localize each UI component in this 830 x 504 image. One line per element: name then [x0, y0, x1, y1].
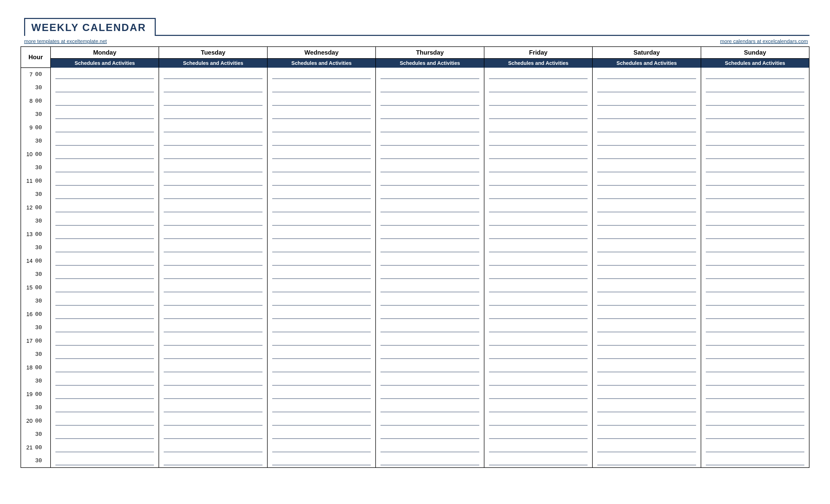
schedule-slot[interactable]	[376, 214, 484, 228]
schedule-slot[interactable]	[701, 121, 809, 134]
schedule-slot[interactable]	[701, 254, 809, 268]
schedule-slot[interactable]	[593, 414, 701, 428]
schedule-slot[interactable]	[159, 108, 267, 121]
schedule-slot[interactable]	[593, 81, 701, 94]
schedule-slot[interactable]	[593, 281, 701, 294]
schedule-slot[interactable]	[484, 241, 593, 254]
schedule-slot[interactable]	[593, 121, 701, 134]
schedule-slot[interactable]	[593, 334, 701, 348]
schedule-slot[interactable]	[593, 201, 701, 214]
schedule-slot[interactable]	[159, 214, 267, 228]
schedule-slot[interactable]	[159, 228, 267, 241]
schedule-slot[interactable]	[267, 148, 376, 161]
schedule-slot[interactable]	[51, 68, 159, 81]
schedule-slot[interactable]	[51, 174, 159, 188]
schedule-slot[interactable]	[159, 428, 267, 441]
schedule-slot[interactable]	[51, 161, 159, 174]
schedule-slot[interactable]	[593, 134, 701, 148]
schedule-slot[interactable]	[267, 454, 376, 468]
schedule-slot[interactable]	[593, 214, 701, 228]
schedule-slot[interactable]	[593, 321, 701, 334]
schedule-slot[interactable]	[593, 388, 701, 401]
schedule-slot[interactable]	[593, 428, 701, 441]
schedule-slot[interactable]	[701, 174, 809, 188]
schedule-slot[interactable]	[593, 454, 701, 468]
schedule-slot[interactable]	[51, 348, 159, 361]
schedule-slot[interactable]	[701, 268, 809, 281]
schedule-slot[interactable]	[376, 281, 484, 294]
schedule-slot[interactable]	[593, 94, 701, 108]
schedule-slot[interactable]	[701, 228, 809, 241]
schedule-slot[interactable]	[376, 308, 484, 321]
schedule-slot[interactable]	[484, 201, 593, 214]
schedule-slot[interactable]	[484, 254, 593, 268]
schedule-slot[interactable]	[484, 148, 593, 161]
schedule-slot[interactable]	[159, 161, 267, 174]
schedule-slot[interactable]	[267, 214, 376, 228]
schedule-slot[interactable]	[701, 388, 809, 401]
schedule-slot[interactable]	[51, 254, 159, 268]
schedule-slot[interactable]	[267, 241, 376, 254]
schedule-slot[interactable]	[51, 428, 159, 441]
schedule-slot[interactable]	[51, 94, 159, 108]
schedule-slot[interactable]	[51, 414, 159, 428]
schedule-slot[interactable]	[267, 108, 376, 121]
schedule-slot[interactable]	[701, 294, 809, 308]
schedule-slot[interactable]	[267, 254, 376, 268]
schedule-slot[interactable]	[159, 254, 267, 268]
schedule-slot[interactable]	[159, 294, 267, 308]
schedule-slot[interactable]	[701, 148, 809, 161]
schedule-slot[interactable]	[484, 308, 593, 321]
schedule-slot[interactable]	[376, 188, 484, 201]
schedule-slot[interactable]	[593, 241, 701, 254]
schedule-slot[interactable]	[51, 441, 159, 454]
schedule-slot[interactable]	[267, 161, 376, 174]
schedule-slot[interactable]	[267, 428, 376, 441]
schedule-slot[interactable]	[593, 401, 701, 414]
link-more-templates[interactable]: more templates at exceltemplate.net	[24, 38, 107, 44]
schedule-slot[interactable]	[267, 374, 376, 388]
schedule-slot[interactable]	[51, 148, 159, 161]
schedule-slot[interactable]	[267, 334, 376, 348]
schedule-slot[interactable]	[701, 401, 809, 414]
schedule-slot[interactable]	[376, 348, 484, 361]
schedule-slot[interactable]	[376, 81, 484, 94]
schedule-slot[interactable]	[484, 374, 593, 388]
schedule-slot[interactable]	[159, 134, 267, 148]
schedule-slot[interactable]	[51, 374, 159, 388]
schedule-slot[interactable]	[376, 68, 484, 81]
schedule-slot[interactable]	[701, 334, 809, 348]
schedule-slot[interactable]	[159, 94, 267, 108]
schedule-slot[interactable]	[701, 241, 809, 254]
link-more-calendars[interactable]: more calendars at excelcalendars.com	[720, 38, 808, 44]
schedule-slot[interactable]	[376, 414, 484, 428]
schedule-slot[interactable]	[267, 228, 376, 241]
schedule-slot[interactable]	[267, 308, 376, 321]
schedule-slot[interactable]	[159, 68, 267, 81]
schedule-slot[interactable]	[267, 388, 376, 401]
schedule-slot[interactable]	[593, 348, 701, 361]
schedule-slot[interactable]	[51, 121, 159, 134]
schedule-slot[interactable]	[484, 334, 593, 348]
schedule-slot[interactable]	[376, 334, 484, 348]
schedule-slot[interactable]	[376, 108, 484, 121]
schedule-slot[interactable]	[484, 401, 593, 414]
schedule-slot[interactable]	[159, 388, 267, 401]
schedule-slot[interactable]	[159, 348, 267, 361]
schedule-slot[interactable]	[51, 81, 159, 94]
schedule-slot[interactable]	[484, 161, 593, 174]
schedule-slot[interactable]	[593, 161, 701, 174]
schedule-slot[interactable]	[484, 81, 593, 94]
schedule-slot[interactable]	[484, 214, 593, 228]
schedule-slot[interactable]	[267, 348, 376, 361]
schedule-slot[interactable]	[376, 374, 484, 388]
schedule-slot[interactable]	[701, 321, 809, 334]
schedule-slot[interactable]	[593, 441, 701, 454]
schedule-slot[interactable]	[267, 81, 376, 94]
schedule-slot[interactable]	[159, 174, 267, 188]
schedule-slot[interactable]	[701, 134, 809, 148]
schedule-slot[interactable]	[376, 228, 484, 241]
schedule-slot[interactable]	[267, 134, 376, 148]
schedule-slot[interactable]	[376, 121, 484, 134]
schedule-slot[interactable]	[593, 188, 701, 201]
